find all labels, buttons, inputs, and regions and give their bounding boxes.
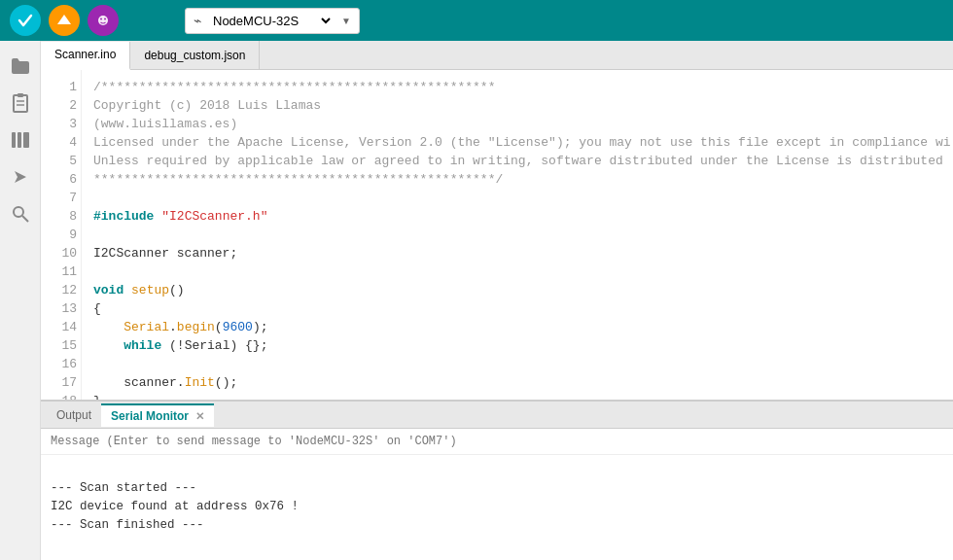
- board-select[interactable]: NodeMCU-32S: [209, 13, 334, 29]
- dropdown-icon: ▼: [341, 16, 351, 26]
- line-numbers: 12345 678910 1112131415 161718: [41, 70, 82, 400]
- debug-button[interactable]: [88, 5, 119, 36]
- serial-line: [51, 461, 943, 479]
- svg-rect-9: [18, 132, 21, 148]
- upload-button[interactable]: [49, 5, 80, 36]
- serial-line: I2C device found at address 0x76 !: [51, 498, 943, 516]
- bottom-panel: Output Serial Monitor ✕ --- Scan started…: [41, 400, 953, 560]
- bottom-tabs: Output Serial Monitor ✕: [41, 402, 953, 429]
- tabs-bar: Scanner.ino debug_custom.json: [41, 41, 953, 70]
- svg-rect-10: [23, 132, 29, 148]
- svg-line-13: [22, 216, 28, 222]
- tab-output[interactable]: Output: [47, 404, 101, 426]
- serial-line: --- Scan started ---: [51, 479, 943, 498]
- folder-icon[interactable]: [3, 49, 38, 84]
- library-icon[interactable]: [3, 122, 38, 158]
- clipboard-icon[interactable]: [3, 86, 38, 121]
- verify-button[interactable]: [10, 5, 41, 36]
- main-content: Scanner.ino debug_custom.json 12345 6789…: [41, 41, 953, 560]
- svg-rect-5: [18, 93, 23, 97]
- toolbar: ⌁ NodeMCU-32S ▼: [0, 0, 953, 41]
- board-selector[interactable]: ⌁ NodeMCU-32S ▼: [185, 8, 360, 34]
- sidebar: [0, 41, 41, 560]
- svg-marker-11: [15, 171, 26, 183]
- close-serial-monitor[interactable]: ✕: [195, 410, 204, 422]
- svg-point-12: [14, 207, 23, 217]
- svg-point-3: [104, 18, 106, 20]
- serial-output: --- Scan started --- I2C device found at…: [41, 455, 953, 560]
- svg-rect-4: [14, 95, 27, 112]
- code-content[interactable]: /***************************************…: [82, 70, 953, 400]
- serial-line: --- Scan finished ---: [51, 516, 943, 535]
- serial-line: [51, 535, 943, 553]
- svg-marker-0: [57, 15, 71, 24]
- svg-point-2: [100, 18, 102, 20]
- svg-rect-8: [12, 132, 16, 148]
- serial-message-input[interactable]: [41, 429, 953, 455]
- usb-icon: ⌁: [194, 13, 201, 28]
- tab-debug-json[interactable]: debug_custom.json: [130, 41, 260, 69]
- arrow-icon[interactable]: [3, 159, 38, 194]
- tab-scanner-ino[interactable]: Scanner.ino: [41, 42, 130, 70]
- search-icon[interactable]: [3, 196, 38, 231]
- code-editor: 12345 678910 1112131415 161718 /********…: [41, 70, 953, 400]
- tab-serial-monitor[interactable]: Serial Monitor ✕: [101, 403, 214, 427]
